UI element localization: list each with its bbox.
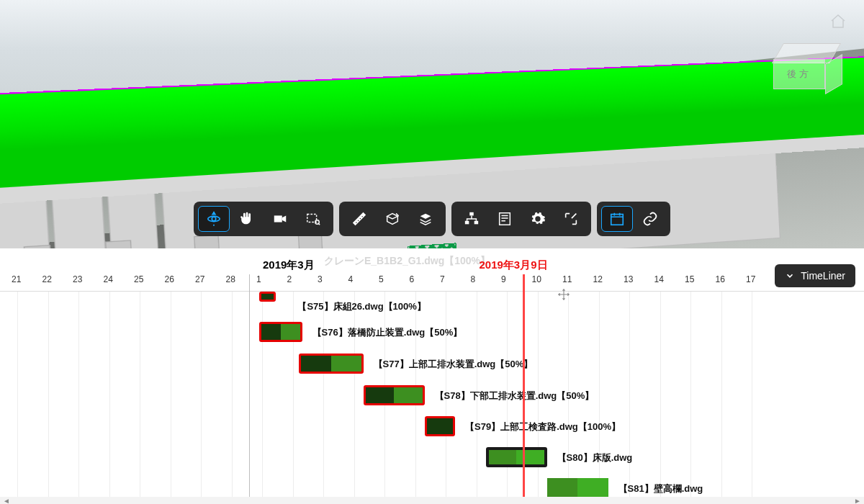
ruler-tick: 5 [379, 274, 384, 284]
timeline-playhead-label: 2019年3月9日 [480, 258, 548, 272]
svg-rect-6 [474, 221, 479, 225]
task-label: 【S80】床版.dwg [557, 451, 633, 464]
task-label: 【S77】上部工排水装置.dwg【50%】 [374, 358, 534, 371]
toolbar-group-analyze [339, 202, 446, 236]
ruler-tick: 25 [134, 274, 143, 284]
measure-button[interactable] [343, 206, 375, 232]
viewcube[interactable]: 後方 [770, 43, 842, 101]
task-bar[interactable] [547, 478, 608, 498]
ruler-tick: 12 [593, 274, 603, 284]
svg-rect-7 [500, 213, 510, 225]
pan-button[interactable] [231, 206, 263, 232]
svg-rect-8 [611, 215, 624, 225]
ruler-tick: 2 [287, 274, 292, 284]
ruler-tick: 26 [165, 274, 174, 284]
task-bar[interactable] [259, 292, 276, 302]
ruler-tick: 28 [226, 274, 235, 284]
fullscreen-button[interactable] [555, 206, 587, 232]
toolbar-group-extra [597, 202, 670, 236]
ruler-tick: 3 [318, 274, 323, 284]
scroll-left-icon[interactable]: ◄ [3, 497, 10, 505]
timeline-ghost-task-label: クレーンE_B1B2_G1.dwg【100%】 [324, 255, 490, 268]
task-bar[interactable] [425, 416, 456, 436]
ruler-tick: 13 [624, 274, 633, 284]
home-icon[interactable] [829, 13, 847, 35]
ruler-tick: 16 [716, 274, 725, 284]
ruler-tick: 10 [532, 274, 541, 284]
timeline-ruler[interactable]: 2122232425262728123456789101112131415161… [0, 274, 864, 292]
zoom-window-button[interactable] [297, 206, 329, 232]
settings-button[interactable] [522, 206, 554, 232]
task-bar[interactable] [364, 385, 425, 405]
ruler-tick: 17 [746, 274, 755, 284]
ruler-tick: 4 [348, 274, 354, 284]
ruler-tick: 23 [73, 274, 82, 284]
timeline-month-label: 2019年3月 [263, 258, 315, 272]
explode-button[interactable] [410, 206, 441, 232]
timeliner-button[interactable] [601, 206, 633, 232]
ruler-tick: 11 [562, 274, 572, 284]
task-row-S77: 【S77】上部工排水装置.dwg【50%】 [0, 349, 864, 381]
ruler-tick: 22 [42, 274, 52, 284]
timeline-panel: クレーンE_B1B2_G1.dwg【100%】 2019年3月 2019年3月9… [0, 248, 864, 504]
task-label: 【S76】落橋防止装置.dwg【50%】 [312, 326, 463, 339]
ruler-tick: 14 [654, 274, 664, 284]
toolbar-group-props [451, 202, 591, 236]
task-bar[interactable] [299, 354, 363, 374]
model-tree-button[interactable] [456, 206, 487, 232]
main-toolbar [194, 202, 670, 236]
task-row-S79: 【S79】上部工検査路.dwg【100%】 [0, 412, 864, 444]
ruler-tick: 8 [471, 274, 476, 284]
orbit-button[interactable] [198, 206, 230, 232]
viewcube-face-label: 後方 [773, 59, 825, 89]
ruler-tick: 6 [410, 274, 415, 284]
svg-rect-4 [469, 212, 474, 216]
ruler-tick: 9 [501, 274, 506, 284]
task-label: 【S81】壁高欄.dwg [618, 482, 703, 495]
scroll-right-icon[interactable]: ► [854, 497, 861, 505]
timeline-horizontal-scrollbar[interactable]: ◄ ► [0, 497, 864, 504]
toolbar-group-nav [194, 202, 333, 236]
ruler-tick: 7 [440, 274, 445, 284]
task-label: 【S78】下部工排水装置.dwg【50%】 [435, 390, 595, 402]
ruler-tick: 15 [685, 274, 694, 284]
svg-point-0 [212, 217, 216, 221]
task-label: 【S79】上部工検査路.dwg【100%】 [465, 420, 621, 433]
link-button[interactable] [634, 206, 666, 232]
ruler-tick: 27 [195, 274, 204, 284]
ruler-tick: 21 [12, 274, 21, 284]
task-row-S76: 【S76】落橋防止装置.dwg【50%】 [0, 318, 864, 349]
move-cursor-icon [557, 288, 570, 305]
ruler-tick: 24 [104, 274, 113, 284]
task-bar[interactable] [486, 447, 547, 467]
camera-button[interactable] [264, 206, 296, 232]
timeline-playhead[interactable] [523, 274, 525, 504]
task-bar[interactable] [259, 322, 302, 342]
task-row-S80: 【S80】床版.dwg [0, 443, 864, 474]
task-row-S78: 【S78】下部工排水装置.dwg【50%】 [0, 381, 864, 413]
timeline-rows: 【S75】床組26.dwg【100%】【S76】落橋防止装置.dwg【50%】【… [0, 292, 864, 504]
task-label: 【S75】床組26.dwg【100%】 [297, 300, 426, 313]
ruler-tick: 1 [256, 274, 261, 284]
section-button[interactable] [377, 206, 408, 232]
svg-rect-5 [465, 221, 469, 225]
properties-button[interactable] [489, 206, 521, 232]
